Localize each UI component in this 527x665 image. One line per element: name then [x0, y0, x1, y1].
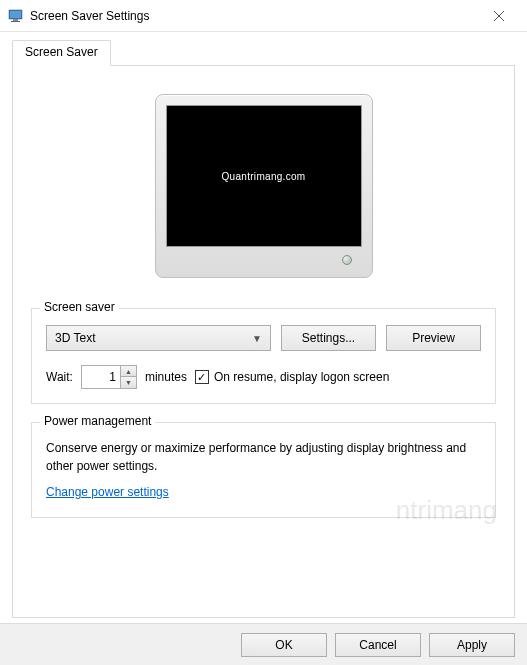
minutes-label: minutes	[145, 370, 187, 384]
svg-rect-3	[11, 21, 20, 22]
screensaver-select[interactable]: 3D Text ▼	[46, 325, 271, 351]
tab-screensaver[interactable]: Screen Saver	[12, 40, 111, 66]
apply-button[interactable]: Apply	[429, 633, 515, 657]
ok-button[interactable]: OK	[241, 633, 327, 657]
window-title: Screen Saver Settings	[30, 9, 149, 23]
preview-text: Quantrimang.com	[222, 171, 306, 182]
wait-input[interactable]	[82, 366, 120, 388]
dialog-content: Screen Saver Quantrimang.com Screen save…	[0, 32, 527, 622]
monitor-icon	[8, 8, 24, 24]
power-led-icon	[342, 255, 352, 265]
screensaver-select-value: 3D Text	[55, 331, 95, 345]
change-power-settings-link[interactable]: Change power settings	[46, 485, 169, 499]
preview-button[interactable]: Preview	[386, 325, 481, 351]
monitor-base	[166, 247, 362, 273]
preview-area: Quantrimang.com	[31, 94, 496, 278]
preview-screen: Quantrimang.com	[166, 105, 362, 247]
wait-label: Wait:	[46, 370, 73, 384]
chevron-down-icon: ▼	[252, 333, 262, 344]
screensaver-group: Screen saver 3D Text ▼ Settings... Previ…	[31, 308, 496, 404]
close-button[interactable]	[479, 2, 519, 30]
power-group: Power management Conserve energy or maxi…	[31, 422, 496, 518]
wait-spinner[interactable]: ▲ ▼	[81, 365, 137, 389]
power-legend: Power management	[40, 414, 155, 428]
screensaver-legend: Screen saver	[40, 300, 119, 314]
tab-strip: Screen Saver	[12, 40, 515, 66]
titlebar: Screen Saver Settings	[0, 0, 527, 32]
spinner-up[interactable]: ▲	[121, 366, 136, 377]
resume-checkbox[interactable]: ✓ On resume, display logon screen	[195, 370, 389, 384]
resume-label: On resume, display logon screen	[214, 370, 389, 384]
cancel-button[interactable]: Cancel	[335, 633, 421, 657]
checkbox-icon: ✓	[195, 370, 209, 384]
svg-rect-2	[13, 19, 18, 21]
close-icon	[494, 11, 504, 21]
dialog-footer: OK Cancel Apply	[0, 623, 527, 665]
settings-button[interactable]: Settings...	[281, 325, 376, 351]
svg-rect-1	[10, 11, 21, 18]
preview-monitor: Quantrimang.com	[155, 94, 373, 278]
tab-panel: Quantrimang.com Screen saver 3D Text ▼ S…	[12, 66, 515, 618]
power-description: Conserve energy or maximize performance …	[46, 439, 481, 475]
spinner-down[interactable]: ▼	[121, 377, 136, 388]
